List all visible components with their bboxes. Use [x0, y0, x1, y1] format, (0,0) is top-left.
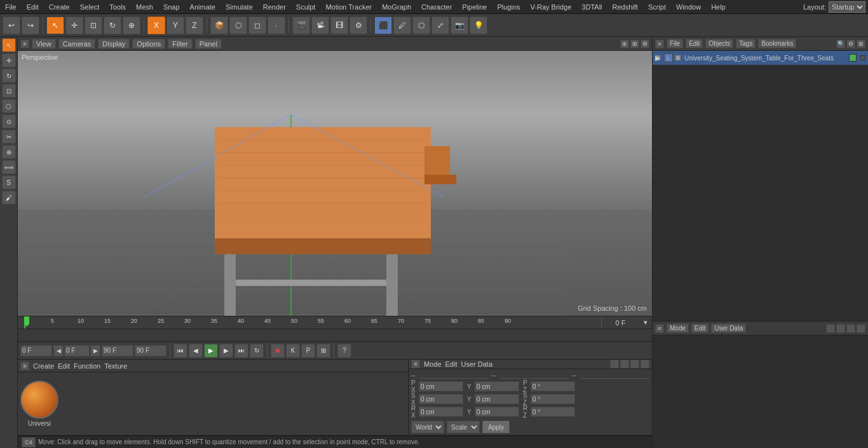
menu-motion-tracker[interactable]: Motion Tracker — [320, 2, 377, 12]
key-all-button[interactable]: ⊞ — [316, 344, 330, 358]
play-button[interactable]: ▶ — [204, 344, 218, 358]
obj-settings-icon[interactable]: ⚙ — [846, 39, 855, 48]
material-item-universi[interactable]: Universi — [20, 381, 58, 427]
deformer-button[interactable]: ⤢ — [431, 17, 449, 34]
render-settings-button[interactable]: ⚙ — [349, 17, 367, 34]
coord-mode-dropdown[interactable]: Scale — [447, 421, 480, 433]
vt-panel[interactable]: Panel — [195, 39, 222, 49]
cube-button[interactable]: ⬛ — [374, 17, 392, 34]
next-frame-button[interactable]: ▶ — [219, 344, 233, 358]
render-to-picture-viewer-button[interactable]: 📽 — [311, 17, 329, 34]
mat-function[interactable]: Function — [74, 362, 100, 370]
obj-bookmarks-btn[interactable]: Bookmarks — [758, 39, 796, 48]
goto-start-button[interactable]: ⏮ — [173, 344, 187, 358]
z-axis-button[interactable]: Z — [186, 17, 203, 34]
pos-z-input[interactable] — [531, 381, 575, 391]
attr-panel-expand-icon[interactable] — [857, 324, 865, 333]
obj-edit-btn[interactable]: Edit — [686, 39, 703, 48]
vt-view[interactable]: View — [32, 39, 56, 49]
obj-visibility-dot[interactable] — [849, 54, 857, 62]
mat-texture[interactable]: Texture — [104, 362, 127, 370]
lt-magnet-btn[interactable]: ⊕ — [2, 145, 16, 159]
vt-options[interactable]: Options — [132, 39, 165, 49]
start-frame-input[interactable] — [20, 345, 52, 356]
apply-button[interactable]: Apply — [482, 421, 510, 433]
attr-panel-lock-icon[interactable] — [836, 324, 845, 333]
menu-render[interactable]: Render — [258, 2, 291, 12]
rot-z-input[interactable] — [531, 407, 575, 417]
spline-tool-button[interactable]: 🖊 — [393, 17, 411, 34]
menu-vray[interactable]: V-Ray Bridge — [526, 2, 577, 12]
menu-help[interactable]: Help — [706, 2, 731, 12]
step-frame-input[interactable] — [64, 345, 90, 356]
attr-panel-pin-icon[interactable] — [846, 324, 855, 333]
menu-animate[interactable]: Animate — [185, 2, 220, 12]
vt-maximize-icon[interactable]: ⊕ — [620, 39, 629, 48]
menu-script[interactable]: Script — [643, 2, 671, 12]
attr-mode[interactable]: Mode — [424, 360, 442, 368]
attr-expand[interactable] — [641, 360, 649, 369]
light-button[interactable]: 💡 — [470, 17, 487, 34]
record-button[interactable]: ⏺ — [271, 344, 285, 358]
vt-display[interactable]: Display — [98, 39, 130, 49]
menu-snap[interactable]: Snap — [158, 2, 185, 12]
point-button[interactable]: · — [268, 17, 285, 34]
menu-plugins[interactable]: Plugins — [492, 2, 525, 12]
attr-panel-menu-icon[interactable]: ≡ — [655, 324, 664, 333]
end-frame-input[interactable] — [102, 345, 133, 356]
scale-tool-button[interactable]: ⊡ — [85, 17, 102, 34]
camera-button[interactable]: 📷 — [451, 17, 468, 34]
menu-sculpt[interactable]: Sculpt — [291, 2, 321, 12]
menu-file[interactable]: File — [0, 2, 22, 12]
menu-3dtall[interactable]: 3DTAll — [576, 2, 607, 12]
menu-select[interactable]: Select — [75, 2, 105, 12]
lt-loop-btn[interactable]: ⊙ — [2, 114, 16, 128]
redo-button[interactable]: ↪ — [22, 17, 39, 34]
object-item-university-table[interactable]: ▶ L 0 University_Seating_System_Table_Fo… — [653, 51, 868, 65]
attr-panel-edit-btn[interactable]: Edit — [691, 323, 709, 333]
pos-x-input[interactable] — [419, 381, 463, 391]
max-frame-input[interactable] — [135, 345, 166, 356]
obj-objects-btn[interactable]: Objects — [705, 39, 733, 48]
attr-panel-up-icon[interactable] — [826, 324, 835, 333]
render-preview-button[interactable]: 🎬 — [292, 17, 310, 34]
size-x-input[interactable] — [419, 394, 463, 404]
menu-mesh[interactable]: Mesh — [131, 2, 158, 12]
size-y-input[interactable] — [475, 394, 519, 404]
pos-y-input[interactable] — [475, 381, 519, 391]
lt-move-btn[interactable]: ✛ — [2, 53, 16, 67]
undo-button[interactable]: ↩ — [3, 17, 20, 34]
obj-file-btn[interactable]: File — [667, 39, 683, 48]
vt-settings-icon[interactable]: ⚙ — [641, 39, 649, 48]
attr-pin[interactable] — [630, 360, 639, 369]
polygon-button[interactable]: ⬡ — [229, 17, 247, 34]
rot-y-input[interactable] — [475, 407, 519, 417]
mat-menu-icon[interactable]: ≡ — [20, 362, 29, 370]
lt-scale-btn[interactable]: ⊡ — [2, 84, 16, 98]
menu-character[interactable]: Character — [416, 2, 457, 12]
menu-pipeline[interactable]: Pipeline — [457, 2, 492, 12]
vt-filter[interactable]: Filter — [168, 39, 192, 49]
render-active-view-button[interactable]: 🎞 — [330, 17, 348, 34]
rot-x-input[interactable] — [419, 407, 463, 417]
attr-panel-mode-btn[interactable]: Mode — [667, 323, 689, 333]
viewport-menu-icon[interactable]: ≡ — [20, 39, 29, 48]
lt-brush-btn[interactable]: S — [2, 175, 16, 189]
x-axis-button[interactable]: X — [147, 17, 165, 34]
menu-window[interactable]: Window — [671, 2, 706, 12]
attr-lock[interactable] — [620, 360, 629, 369]
select-tool-button[interactable]: ↖ — [46, 17, 64, 34]
frame-step-down[interactable]: ◀ — [53, 345, 64, 356]
lt-rotate-btn[interactable]: ↻ — [2, 69, 16, 83]
attr-menu-icon[interactable]: ≡ — [411, 360, 420, 369]
coord-space-dropdown[interactable]: World — [411, 421, 444, 433]
anim-help-button[interactable]: ? — [337, 344, 351, 358]
attr-user-data[interactable]: User Data — [461, 360, 493, 368]
attr-panel-userdata-btn[interactable]: User Data — [711, 323, 746, 333]
obj-render-dot[interactable] — [860, 55, 865, 60]
rotate-tool-button[interactable]: ↻ — [104, 17, 121, 34]
prev-frame-button[interactable]: ◀ — [189, 344, 203, 358]
attr-arrow-up[interactable] — [610, 360, 619, 369]
viewport-3d[interactable]: X Y Z — [18, 51, 652, 316]
attr-edit[interactable]: Edit — [445, 360, 458, 368]
